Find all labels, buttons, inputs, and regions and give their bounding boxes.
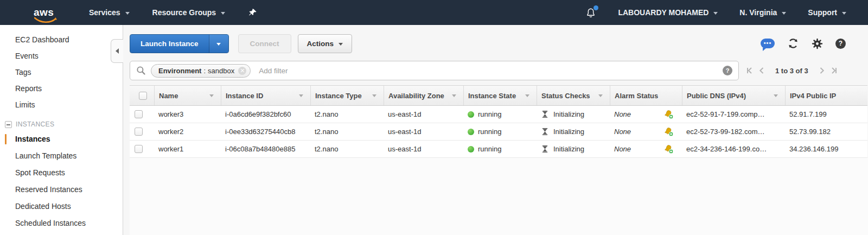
cell-text: ec2-52-73-99-182.com… bbox=[686, 128, 765, 136]
table-row[interactable]: worker2i-0ee33d63275440cb8t2.nanous-east… bbox=[130, 123, 867, 141]
column-header-public-dns-ipv4[interactable]: Public DNS (IPv4) bbox=[682, 86, 785, 105]
collapse-section-icon[interactable] bbox=[5, 121, 12, 128]
select-all-checkbox[interactable] bbox=[139, 92, 147, 100]
nav-region-menu[interactable]: N. Virginia bbox=[739, 8, 786, 17]
column-header-instance-id[interactable]: Instance ID bbox=[221, 86, 310, 105]
row-checkbox-cell bbox=[130, 141, 154, 157]
cell-text: worker1 bbox=[158, 145, 183, 153]
sidebar-item-reports[interactable]: Reports bbox=[0, 80, 123, 97]
feedback-icon[interactable]: ••• bbox=[761, 39, 775, 48]
sidebar-item-ec2-dashboard[interactable]: EC2 Dashboard bbox=[0, 31, 123, 48]
top-navbar: aws Services Resource Groups LABOUARDY M… bbox=[0, 0, 868, 25]
notification-badge bbox=[593, 5, 598, 10]
add-filter-input[interactable]: Add filter bbox=[259, 67, 288, 75]
launch-instance-dropdown[interactable] bbox=[209, 35, 228, 53]
row-checkbox[interactable] bbox=[135, 145, 143, 153]
nav-services[interactable]: Services bbox=[89, 8, 130, 17]
settings-gear-icon[interactable] bbox=[812, 38, 823, 49]
green-circle-icon bbox=[468, 129, 474, 135]
aws-smile-icon bbox=[34, 17, 57, 24]
cell-text: us-east-1d bbox=[388, 110, 421, 118]
support-label: Support bbox=[808, 8, 837, 17]
table-row[interactable]: worker1i-06c08a7b48480e885t2.nanous-east… bbox=[130, 141, 867, 158]
collapse-sidebar-tab[interactable] bbox=[111, 39, 123, 63]
sidebar-item-tags[interactable]: Tags bbox=[0, 64, 123, 80]
actions-button[interactable]: Actions bbox=[298, 34, 353, 53]
instances-table: NameInstance IDInstance TypeAvailability… bbox=[130, 85, 867, 158]
column-header-status-checks[interactable]: Status Checks bbox=[537, 86, 610, 105]
cell-public-ip: 34.236.146.199 bbox=[785, 141, 867, 157]
cell-text: ec2-34-236-146-199.co… bbox=[686, 145, 767, 153]
sidebar-item-scheduled-instances[interactable]: Scheduled Instances bbox=[0, 215, 123, 232]
sidebar-nav-instances: InstancesLaunch TemplatesSpot RequestsRe… bbox=[0, 131, 123, 232]
sidebar-item-limits[interactable]: Limits bbox=[0, 97, 123, 113]
cell-alarm-status: None bbox=[610, 123, 682, 140]
sidebar-item-dedicated-hosts[interactable]: Dedicated Hosts bbox=[0, 198, 123, 215]
pagination: 1 to 3 of 3 bbox=[745, 67, 838, 75]
row-checkbox[interactable] bbox=[135, 128, 143, 136]
sidebar-item-instances[interactable]: Instances bbox=[0, 131, 123, 148]
column-header-availability-zone[interactable]: Availability Zone bbox=[384, 86, 463, 105]
cell-instance-type: t2.nano bbox=[310, 106, 384, 123]
pushpin-icon[interactable] bbox=[248, 8, 257, 17]
column-header-instance-type[interactable]: Instance Type bbox=[310, 86, 384, 105]
add-alarm-bell-icon[interactable] bbox=[664, 127, 674, 137]
first-page-icon[interactable] bbox=[745, 67, 753, 74]
table-row[interactable]: worker3i-0a6cd6e9f382bfc60t2.nanous-east… bbox=[130, 106, 867, 123]
empty-area bbox=[130, 158, 868, 235]
nav-support-menu[interactable]: Support bbox=[808, 8, 846, 17]
launch-instance-button[interactable]: Launch Instance bbox=[130, 34, 229, 53]
sidebar-section-label: INSTANCES bbox=[16, 120, 54, 128]
cell-name: worker1 bbox=[154, 141, 221, 157]
cell-text: us-east-1d bbox=[388, 145, 421, 153]
sidebar-nav-top: EC2 DashboardEventsTagsReportsLimits bbox=[0, 31, 123, 113]
sidebar: EC2 DashboardEventsTagsReportsLimits INS… bbox=[0, 25, 123, 235]
next-page-icon[interactable] bbox=[818, 67, 826, 74]
column-label: IPv4 Public IP bbox=[790, 92, 836, 100]
sort-caret-icon bbox=[372, 94, 376, 97]
add-alarm-bell-icon[interactable] bbox=[664, 110, 674, 119]
filter-row: Environment : sandbox ✕ Add filter ? 1 t… bbox=[130, 61, 868, 80]
notification-bell-icon[interactable] bbox=[585, 7, 596, 18]
filter-tag-environment-sandbox[interactable]: Environment : sandbox ✕ bbox=[151, 64, 251, 78]
nav-resource-groups[interactable]: Resource Groups bbox=[152, 8, 225, 17]
aws-logo[interactable]: aws bbox=[34, 8, 58, 17]
cell-text: None bbox=[614, 145, 631, 153]
filter-help-icon[interactable]: ? bbox=[723, 66, 732, 75]
sidebar-item-spot-requests[interactable]: Spot Requests bbox=[0, 164, 123, 181]
column-header-ipv4-public-ip[interactable]: IPv4 Public IP bbox=[785, 86, 867, 105]
aws-logo-text: aws bbox=[34, 7, 54, 18]
cell-alarm-status: None bbox=[610, 141, 682, 157]
filter-tag-separator: : bbox=[203, 67, 206, 75]
add-alarm-bell-icon[interactable] bbox=[664, 144, 674, 154]
actions-label: Actions bbox=[307, 40, 334, 48]
chevron-down-icon bbox=[842, 12, 846, 15]
nav-user-menu[interactable]: LABOUARDY MOHAMED bbox=[618, 8, 718, 17]
chevron-down-icon bbox=[782, 12, 786, 15]
remove-filter-icon[interactable]: ✕ bbox=[238, 67, 246, 75]
refresh-icon[interactable] bbox=[787, 37, 799, 49]
hourglass-icon bbox=[541, 145, 549, 153]
sidebar-item-launch-templates[interactable]: Launch Templates bbox=[0, 148, 123, 164]
cell-instance-state: running bbox=[463, 106, 537, 123]
sidebar-item-reserved-instances[interactable]: Reserved Instances bbox=[0, 181, 123, 198]
last-page-icon[interactable] bbox=[831, 67, 838, 74]
previous-page-icon[interactable] bbox=[758, 67, 765, 74]
cell-text: t2.nano bbox=[315, 128, 338, 136]
cell-text: t2.nano bbox=[315, 110, 338, 118]
filter-tag-key: Environment bbox=[158, 67, 201, 75]
sidebar-item-events[interactable]: Events bbox=[0, 48, 123, 64]
cell-text: Initializing bbox=[553, 145, 584, 153]
column-header-instance-state[interactable]: Instance State bbox=[463, 86, 537, 105]
cell-instance-state: running bbox=[463, 141, 537, 157]
row-checkbox[interactable] bbox=[135, 110, 143, 118]
cell-public-dns: ec2-34-236-146-199.co… bbox=[682, 141, 785, 157]
column-label: Instance ID bbox=[226, 92, 263, 100]
column-label: Instance State bbox=[468, 92, 516, 100]
cell-text: ec2-52-91-7-199.comp… bbox=[686, 110, 765, 118]
filter-search-box[interactable]: Environment : sandbox ✕ Add filter ? bbox=[130, 61, 739, 80]
column-header-name[interactable]: Name bbox=[154, 86, 221, 105]
table-body: worker3i-0a6cd6e9f382bfc60t2.nanous-east… bbox=[130, 106, 867, 158]
help-icon[interactable]: ? bbox=[835, 39, 846, 49]
column-header-alarm-status[interactable]: Alarm Status bbox=[610, 86, 682, 105]
